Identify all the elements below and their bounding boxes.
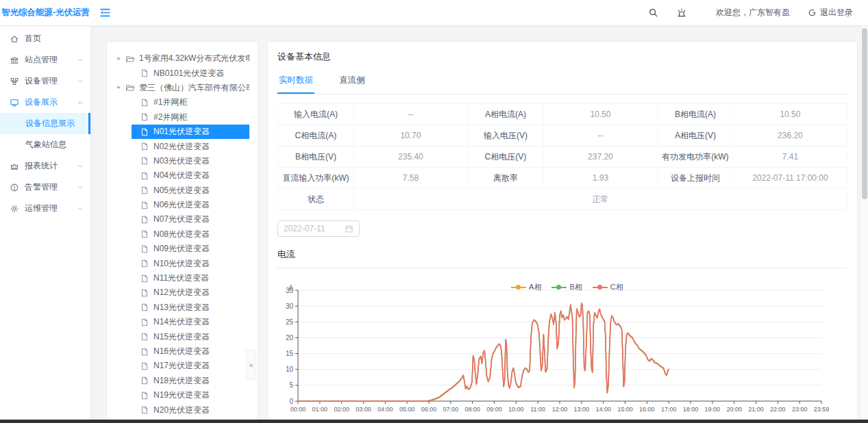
svg-text:03:00: 03:00 [356, 406, 371, 413]
legend-marker [551, 285, 567, 290]
content-area: 1号家用4.32kW分布式光伏发电站NB0101光伏逆变器爱三（佛山）汽车部件有… [91, 26, 868, 423]
sidebar-item-device-mgmt[interactable]: 设备管理 [0, 70, 90, 92]
tree-device-node[interactable]: N03光伏逆变器 [132, 154, 249, 168]
file-icon [140, 112, 149, 122]
logout-button[interactable]: 退出登录 [808, 7, 853, 18]
sidebar-item-report-stats[interactable]: 报表统计 [0, 155, 90, 177]
info-value: 237.20 [544, 146, 658, 168]
sidebar-item-ops-mgmt[interactable]: 运维管理 [0, 198, 90, 219]
tree-device-node[interactable]: N20光伏逆变器 [132, 402, 249, 417]
tree-device-node[interactable]: N12光伏逆变器 [132, 285, 249, 300]
sidebar-item-home[interactable]: 首页 [0, 28, 90, 49]
tree-device-node[interactable]: N11光伏逆变器 [132, 271, 249, 285]
gear-icon [10, 204, 19, 214]
svg-text:0: 0 [289, 398, 293, 405]
file-icon [140, 127, 149, 137]
legend-item-A相[interactable]: A相 [511, 282, 541, 292]
sidebar-item-device-display[interactable]: 设备展示 [0, 92, 90, 113]
sidebar-item-alarm-mgmt[interactable]: 告警管理 [0, 177, 90, 198]
svg-text:19:00: 19:00 [705, 406, 721, 413]
tree-children: NB0101光伏逆变器 [115, 66, 249, 80]
svg-text:08:00: 08:00 [464, 406, 480, 413]
chevron-up-icon [77, 99, 84, 106]
sidebar-item-label: 设备展示 [25, 97, 58, 108]
search-icon[interactable] [648, 8, 658, 18]
svg-text:06:00: 06:00 [421, 406, 437, 413]
file-icon [140, 332, 149, 342]
info-value: 1.93 [544, 168, 658, 189]
tree-collapse-handle[interactable]: « [246, 350, 256, 380]
info-label: C相电流(A) [278, 125, 354, 146]
info-value: -- [354, 104, 468, 125]
scrollbar-thumb[interactable] [862, 28, 867, 199]
tree-device-node[interactable]: N02光伏逆变器 [132, 139, 249, 153]
tree-device-node[interactable]: NB0101光伏逆变器 [132, 66, 249, 80]
chevron-down-icon [77, 163, 84, 170]
panel-title: 设备基本信息 [277, 51, 847, 63]
file-icon [140, 201, 149, 210]
svg-text:25: 25 [286, 318, 294, 326]
calendar-icon [345, 225, 354, 233]
tree-node-label: N06光伏逆变器 [153, 199, 210, 211]
tree-node-label: 1号家用4.32kW分布式光伏发电站 [139, 53, 249, 64]
legend-item-C相[interactable]: C相 [593, 282, 623, 292]
device-tree-panel: 1号家用4.32kW分布式光伏发电站NB0101光伏逆变器爱三（佛山）汽车部件有… [106, 41, 258, 423]
tree-node-label: N03光伏逆变器 [153, 155, 210, 167]
info-label: 直流输入功率(kW) [278, 168, 354, 189]
tab-realtime-data[interactable]: 实时数据 [277, 69, 314, 94]
tree-device-node[interactable]: N15光伏逆变器 [132, 329, 249, 344]
tree-station-node[interactable]: 爱三（佛山）汽车部件有限公司光伏发 [115, 81, 249, 95]
file-icon [140, 391, 149, 400]
vertical-scrollbar[interactable] [860, 26, 868, 420]
legend-marker [593, 285, 608, 290]
tree-node-label: N09光伏逆变器 [153, 243, 210, 255]
welcome-text: 欢迎您，广东智有盈 [716, 7, 790, 18]
tree-station-node[interactable]: 1号家用4.32kW分布式光伏发电站 [115, 51, 249, 66]
tree-device-node[interactable]: N18光伏逆变器 [132, 374, 249, 388]
tree-node-label: N07光伏逆变器 [153, 214, 210, 225]
tree-device-node[interactable]: N14光伏逆变器 [132, 315, 249, 329]
tree-device-node[interactable]: N04光伏逆变器 [132, 168, 249, 183]
info-label: 离散率 [468, 168, 544, 189]
tree-node-label: N12光伏逆变器 [153, 287, 210, 298]
tree-device-node[interactable]: N05光伏逆变器 [132, 183, 249, 198]
tree-device-node[interactable]: N17光伏逆变器 [132, 359, 249, 373]
tree-device-node[interactable]: N07光伏逆变器 [132, 212, 249, 227]
tree-device-node[interactable]: N10光伏逆变器 [132, 256, 249, 270]
sidebar-subitem[interactable]: 设备信息展示 [0, 113, 90, 134]
caret-down [115, 55, 122, 62]
sidebar-item-site-mgmt[interactable]: 站点管理 [0, 49, 90, 70]
svg-text:07:00: 07:00 [443, 406, 459, 413]
svg-text:16:00: 16:00 [639, 406, 655, 413]
sidebar-item-label: 运维管理 [25, 203, 58, 214]
info-label: 状态 [278, 189, 354, 210]
date-picker[interactable] [277, 220, 360, 237]
file-icon [140, 98, 149, 107]
legend-item-B相[interactable]: B相 [551, 282, 582, 292]
tree-device-node[interactable]: #2并网柜 [132, 110, 249, 125]
tree-device-node[interactable]: N13光伏逆变器 [132, 300, 249, 315]
info-label: 设备上报时间 [658, 168, 734, 189]
chevron-down-icon [77, 205, 84, 212]
menu-fold-icon[interactable] [99, 7, 111, 18]
tree-device-node[interactable]: N08光伏逆变器 [132, 227, 249, 242]
tree-node-label: NB0101光伏逆变器 [153, 68, 224, 79]
tree-device-node[interactable]: N01光伏逆变器 [132, 125, 249, 139]
status-value: 正常 [354, 189, 847, 210]
tree-node-label: N14光伏逆变器 [153, 316, 210, 328]
tree-device-node[interactable]: N06光伏逆变器 [132, 198, 249, 212]
tree-device-node[interactable]: N19光伏逆变器 [132, 388, 249, 402]
tree-device-node[interactable]: N16光伏逆变器 [132, 344, 249, 359]
svg-text:00:00: 00:00 [290, 406, 306, 413]
tab-dc-side[interactable]: 直流侧 [338, 69, 367, 94]
sidebar-subitem[interactable]: 气象站信息 [0, 134, 90, 155]
svg-text:14:00: 14:00 [595, 406, 611, 413]
file-icon [140, 274, 149, 283]
alarm-icon[interactable] [676, 8, 687, 18]
svg-text:10: 10 [286, 366, 294, 373]
tree-node-label: #2并网柜 [153, 112, 187, 123]
tree-device-node[interactable]: #1并网柜 [132, 95, 249, 110]
sidebar-item-label: 报表统计 [25, 160, 58, 172]
info-label: A相电流(A) [468, 104, 544, 125]
tree-device-node[interactable]: N09光伏逆变器 [132, 242, 249, 256]
